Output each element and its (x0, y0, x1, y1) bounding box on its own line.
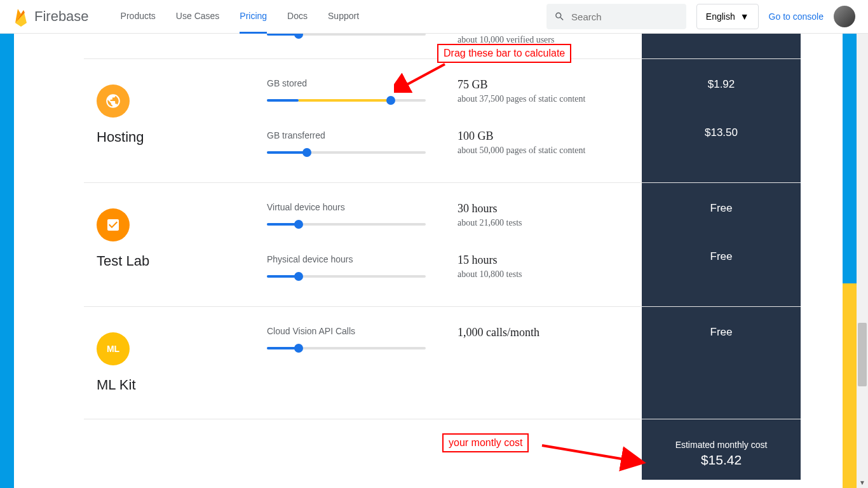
bg-stripe-right (843, 34, 857, 488)
ml-icon: ML (105, 341, 121, 356)
price-gb-transferred: $13.50 (642, 126, 801, 139)
checklist-icon (105, 217, 121, 233)
slider-gb-transferred: GB transferred (267, 130, 458, 157)
value-sub-gb-stored: about 37,500 pages of static content (458, 94, 642, 104)
service-col-testlab: Test Lab (84, 183, 267, 306)
search-icon (554, 10, 565, 23)
section-testlab: Test Lab Virtual device hours Physical d… (84, 183, 801, 307)
header-right: English ▼ Go to console (546, 4, 855, 29)
scrollbar-track[interactable]: ▲ ▼ (857, 0, 868, 488)
bg-stripe-left (0, 34, 14, 488)
slider-physical-hours: Physical device hours (267, 254, 458, 281)
partial-slider (267, 34, 458, 58)
service-name-testlab: Test Lab (97, 253, 267, 269)
slider-virtual-hours: Virtual device hours (267, 202, 458, 229)
search-box[interactable] (546, 4, 686, 29)
slider-track-vision[interactable] (267, 344, 426, 353)
slider-label: Physical device hours (267, 254, 458, 264)
chevron-down-icon: ▼ (740, 11, 749, 22)
logo[interactable]: Firebase (13, 5, 89, 28)
slider-label: Virtual device hours (267, 202, 458, 212)
estimated-cost: Estimated monthly cost $15.42 (642, 419, 801, 480)
prices-testlab: Free Free (642, 183, 801, 306)
header: Firebase Products Use Cases Pricing Docs… (0, 0, 868, 34)
slider-vision-calls: Cloud Vision API Calls (267, 326, 458, 353)
slider-track-gb-transferred[interactable] (267, 148, 426, 157)
annotation-monthly: your montly cost (442, 433, 529, 452)
values-mlkit: 1,000 calls/month (458, 307, 642, 419)
slider-thumb[interactable] (386, 96, 395, 105)
service-name-mlkit: ML Kit (97, 377, 267, 393)
sliders-testlab: Virtual device hours Physical device hou… (267, 183, 458, 306)
slider-thumb[interactable] (294, 344, 303, 353)
scrollbar-thumb[interactable] (858, 323, 867, 386)
language-label: English (706, 11, 735, 22)
prices-hosting: $1.92 $13.50 (642, 59, 801, 182)
firebase-logo-icon (13, 5, 29, 28)
value-vision-calls: 1,000 calls/month (458, 326, 642, 339)
price-gb-stored: $1.92 (642, 78, 801, 91)
sliders-mlkit: Cloud Vision API Calls (267, 307, 458, 419)
svg-text:ML: ML (107, 344, 120, 354)
prices-mlkit: Free (642, 307, 801, 419)
nav: Products Use Cases Pricing Docs Support (121, 0, 359, 34)
service-name-hosting: Hosting (97, 129, 267, 146)
values-hosting: 75 GB about 37,500 pages of static conte… (458, 59, 642, 182)
annotation-drag: Drag these bar to calculate (437, 44, 571, 63)
slider-thumb[interactable] (294, 220, 303, 229)
svg-line-4 (542, 445, 644, 463)
slider-thumb[interactable] (294, 272, 303, 281)
svg-line-2 (403, 64, 445, 86)
section-mlkit: ML ML Kit Cloud Vision API Calls 1,000 c… (84, 307, 801, 419)
slider-label: Cloud Vision API Calls (267, 326, 458, 336)
slider-track-physical[interactable] (267, 272, 426, 281)
nav-pricing[interactable]: Pricing (240, 0, 267, 34)
value-gb-transferred: 100 GB (458, 130, 642, 143)
nav-support[interactable]: Support (328, 0, 359, 34)
testlab-icon (97, 208, 130, 241)
pricing-content: about 10,000 verified users Hosting GB s… (84, 34, 801, 480)
go-to-console-link[interactable]: Go to console (769, 11, 824, 22)
values-testlab: 30 hours about 21,600 tests 15 hours abo… (458, 183, 642, 306)
value-sub-gb-transferred: about 50,000 pages of static content (458, 146, 642, 156)
value-virtual-hours: 30 hours (458, 202, 642, 215)
search-input[interactable] (571, 11, 679, 22)
language-selector[interactable]: English ▼ (696, 4, 759, 29)
scroll-down-button[interactable]: ▼ (857, 477, 868, 488)
estimated-cost-label: Estimated monthly cost (642, 440, 801, 450)
service-col-hosting: Hosting (84, 59, 267, 182)
avatar[interactable] (834, 6, 855, 27)
estimated-cost-value: $15.42 (642, 452, 801, 468)
slider-track-gb-stored[interactable] (267, 96, 426, 105)
value-sub-virtual: about 21,600 tests (458, 218, 642, 228)
partial-price (642, 34, 801, 58)
service-col-mlkit: ML ML Kit (84, 307, 267, 419)
nav-use-cases[interactable]: Use Cases (176, 0, 219, 34)
logo-text: Firebase (34, 8, 89, 25)
slider-track-virtual[interactable] (267, 220, 426, 229)
nav-docs[interactable]: Docs (287, 0, 308, 34)
price-vision: Free (642, 326, 801, 339)
annotation-arrow-monthly (539, 440, 653, 472)
slider-label: GB transferred (267, 130, 458, 140)
nav-products[interactable]: Products (121, 0, 156, 34)
value-sub-physical: about 10,800 tests (458, 269, 642, 280)
value-gb-stored: 75 GB (458, 78, 642, 92)
annotation-arrow-drag (394, 61, 451, 93)
price-physical: Free (642, 250, 801, 263)
price-virtual: Free (642, 202, 801, 215)
value-physical-hours: 15 hours (458, 254, 642, 267)
hosting-icon (97, 85, 130, 118)
mlkit-icon: ML (97, 332, 130, 365)
globe-icon (105, 93, 121, 109)
slider-thumb[interactable] (302, 148, 311, 157)
